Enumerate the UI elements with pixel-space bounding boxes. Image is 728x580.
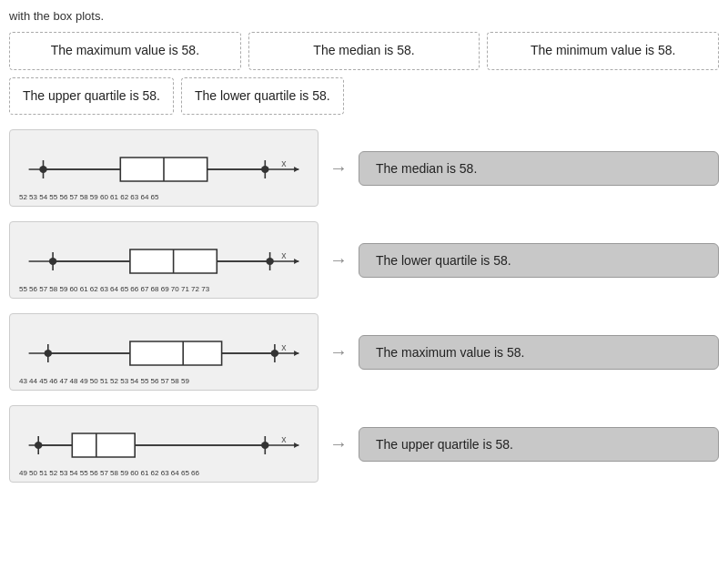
svg-text:x: x xyxy=(281,434,287,444)
answer-4: The upper quartile is 58. xyxy=(359,427,719,462)
boxplot-3-labels: 43 44 45 46 47 48 49 50 51 52 53 54 55 5… xyxy=(19,377,308,385)
boxplot-row-4: x 49 50 51 52 53 54 55 56 57 58 59 60 61… xyxy=(9,405,719,483)
svg-marker-10 xyxy=(294,167,298,172)
cards-row-1: The maximum value is 58. The median is 5… xyxy=(9,32,719,70)
boxplot-section: x 52 53 54 55 56 57 58 59 60 61 62 63 64… xyxy=(9,129,719,483)
svg-point-41 xyxy=(261,442,268,449)
card-min: The minimum value is 58. xyxy=(487,32,719,70)
answer-3: The maximum value is 58. xyxy=(359,335,719,370)
boxplot-row-2: x 55 56 57 58 59 60 61 62 63 64 65 66 67… xyxy=(9,221,719,299)
svg-rect-36 xyxy=(72,433,135,457)
card-median: The median is 58. xyxy=(248,32,480,70)
arrow-3: → xyxy=(329,341,348,362)
svg-point-8 xyxy=(261,166,268,173)
boxplot-1-svg: x xyxy=(19,137,308,188)
svg-point-29 xyxy=(45,350,52,357)
svg-text:x: x xyxy=(281,250,287,260)
arrow-1: → xyxy=(329,158,348,178)
svg-marker-21 xyxy=(294,259,298,264)
boxplot-4: x 49 50 51 52 53 54 55 56 57 58 59 60 61… xyxy=(9,405,318,483)
card-lower-quartile: The lower quartile is 58. xyxy=(181,77,344,116)
arrow-4: → xyxy=(329,433,348,454)
boxplot-4-labels: 49 50 51 52 53 54 55 56 57 58 59 60 61 6… xyxy=(19,469,308,477)
boxplot-3-svg: x xyxy=(19,321,308,371)
svg-rect-25 xyxy=(130,341,222,365)
boxplot-2-labels: 55 56 57 58 59 60 61 62 63 64 65 66 67 6… xyxy=(19,285,308,293)
card-upper-quartile: The upper quartile is 58. xyxy=(9,77,174,116)
boxplot-row-3: x 43 44 45 46 47 48 49 50 51 52 53 54 55… xyxy=(9,313,719,391)
boxplot-3: x 43 44 45 46 47 48 49 50 51 52 53 54 55… xyxy=(9,313,318,391)
svg-marker-43 xyxy=(294,443,298,448)
boxplot-2-svg: x xyxy=(19,229,308,280)
svg-point-40 xyxy=(35,442,42,449)
svg-marker-32 xyxy=(294,351,298,356)
boxplot-1-labels: 52 53 54 55 56 57 58 59 60 61 62 63 64 6… xyxy=(19,193,308,201)
boxplot-1: x 52 53 54 55 56 57 58 59 60 61 62 63 64… xyxy=(9,129,318,207)
svg-point-30 xyxy=(271,350,278,357)
cards-row-2: The upper quartile is 58. The lower quar… xyxy=(9,77,719,116)
answer-1: The median is 58. xyxy=(359,151,719,186)
svg-point-7 xyxy=(39,166,46,173)
svg-point-18 xyxy=(49,258,56,265)
header-text: with the box plots. xyxy=(9,9,719,23)
answer-2: The lower quartile is 58. xyxy=(359,243,719,278)
boxplot-4-svg: x xyxy=(19,413,308,463)
svg-text:x: x xyxy=(281,158,287,168)
svg-point-19 xyxy=(266,258,273,265)
boxplot-2: x 55 56 57 58 59 60 61 62 63 64 65 66 67… xyxy=(9,221,318,299)
svg-text:x: x xyxy=(281,342,287,352)
boxplot-row-1: x 52 53 54 55 56 57 58 59 60 61 62 63 64… xyxy=(9,129,719,207)
arrow-2: → xyxy=(329,249,348,270)
card-max: The maximum value is 58. xyxy=(9,32,241,70)
